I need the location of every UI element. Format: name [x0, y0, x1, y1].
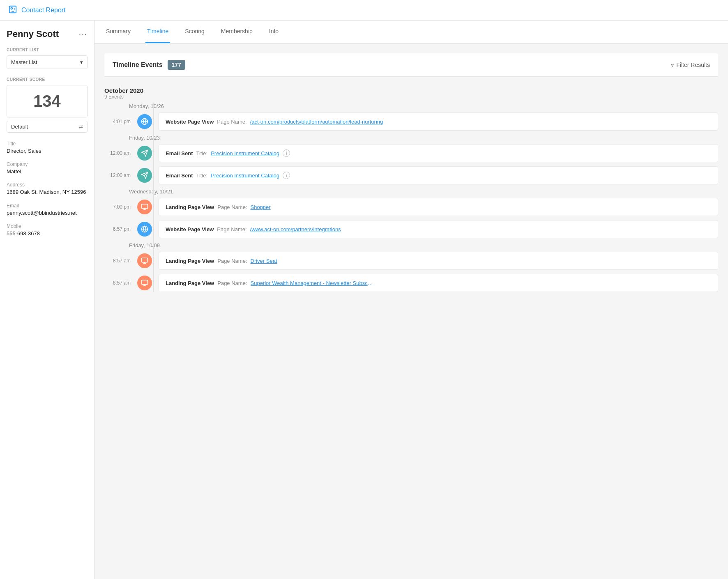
current-score-label: CURRENT SCORE: [7, 77, 88, 82]
address-label: Address: [7, 182, 88, 188]
event-detail-link[interactable]: Precision Instrument Catalog: [211, 172, 279, 179]
event-detail-label: Title:: [196, 172, 207, 179]
event-detail-link[interactable]: /act-on.com/products/platform/automation…: [250, 119, 383, 125]
event-type: Website Page View: [166, 226, 214, 232]
timeline-title: Timeline Events: [113, 61, 163, 69]
event-type: Landing Page View: [166, 258, 214, 264]
svg-rect-0: [9, 6, 16, 13]
title-label: Title: [7, 141, 88, 147]
event-card: Landing Page View Page Name: Driver Seat: [159, 252, 718, 270]
event-detail-label: Title:: [196, 150, 207, 156]
event-row: 8:57 am Landing Page View Page Name: Dri…: [104, 252, 718, 270]
event-time: 7:00 pm: [104, 204, 137, 210]
tab-info[interactable]: Info: [267, 21, 280, 43]
event-time: 4:01 pm: [104, 119, 137, 124]
event-row: 8:57 am Landing Page View Page Name: Sup…: [104, 274, 718, 292]
score-box: 134: [7, 85, 88, 117]
score-type-label: Default: [11, 124, 28, 130]
day-label: Wednesday, 10/21: [104, 188, 718, 195]
event-detail-link[interactable]: Superior Wealth Management - Newsletter …: [251, 280, 374, 286]
top-header: Contact Report: [0, 0, 728, 21]
event-detail-label: Page Name:: [217, 119, 247, 125]
globe-icon: [137, 114, 152, 129]
svg-rect-16: [142, 280, 148, 285]
event-row: 12:00 am Email Sent Title: Precision Ins…: [104, 144, 718, 162]
day-label: Friday, 10/23: [104, 135, 718, 141]
email-icon: [137, 168, 152, 183]
timeline-header: Timeline Events 177 ▿ Filter Results: [104, 53, 718, 77]
event-time: 8:57 am: [104, 258, 137, 264]
email-label: Email: [7, 203, 88, 209]
info-icon[interactable]: i: [283, 172, 290, 179]
svg-rect-13: [142, 258, 148, 262]
sidebar: Penny Scott ··· CURRENT LIST Master List…: [0, 21, 94, 579]
event-count-badge: 177: [168, 60, 185, 70]
day-label: Friday, 10/09: [104, 242, 718, 248]
tab-scoring[interactable]: Scoring: [183, 21, 206, 43]
score-value: 134: [14, 92, 81, 110]
filter-icon: ▿: [671, 62, 674, 68]
event-card: Website Page View Page Name: /act-on.com…: [159, 113, 718, 131]
event-detail-link[interactable]: Precision Instrument Catalog: [211, 150, 279, 156]
event-detail-label: Page Name:: [217, 204, 247, 210]
events-list: Monday, 10/26 4:01 pm Website Page View …: [104, 103, 718, 292]
filter-results-button[interactable]: ▿ Filter Results: [671, 62, 710, 68]
main-content: Summary Timeline Scoring Membership Info…: [94, 21, 728, 579]
tab-summary[interactable]: Summary: [104, 21, 132, 43]
event-row: 12:00 am Email Sent Title: Precision Ins…: [104, 166, 718, 184]
timeline-container: Timeline Events 177 ▿ Filter Results Oct…: [94, 44, 728, 306]
event-detail-label: Page Name:: [217, 280, 247, 286]
email-value: penny.scott@bbindustries.net: [7, 209, 88, 217]
event-type: Website Page View: [166, 119, 214, 125]
tabs-bar: Summary Timeline Scoring Membership Info: [94, 21, 728, 44]
company-value: Mattel: [7, 168, 88, 175]
event-type: Email Sent: [166, 150, 193, 156]
day-label: Monday, 10/26: [104, 103, 718, 109]
filter-label: Filter Results: [676, 62, 710, 68]
title-value: Director, Sales: [7, 147, 88, 155]
company-label: Company: [7, 161, 88, 167]
event-time: 8:57 am: [104, 280, 137, 286]
svg-rect-8: [142, 204, 148, 209]
event-time: 12:00 am: [104, 172, 137, 178]
event-type: Email Sent: [166, 172, 193, 179]
contact-name: Penny Scott: [7, 29, 59, 39]
event-card: Email Sent Title: Precision Instrument C…: [159, 144, 718, 162]
event-detail-link[interactable]: /www.act-on.com/partners/integrations: [250, 226, 341, 232]
month-label: October 2020: [104, 87, 718, 94]
event-detail-label: Page Name:: [217, 226, 247, 232]
mobile-label: Mobile: [7, 223, 88, 229]
event-detail-link[interactable]: Shopper: [251, 204, 271, 210]
event-time: 12:00 am: [104, 150, 137, 156]
current-list-label: CURRENT LIST: [7, 48, 88, 52]
event-row: 4:01 pm Website Page View Page Name: /ac…: [104, 113, 718, 131]
event-time: 6:57 pm: [104, 226, 137, 232]
event-card: Email Sent Title: Precision Instrument C…: [159, 166, 718, 184]
event-row: 7:00 pm Landing Page View Page Name: Sho…: [104, 198, 718, 216]
address-value: 1689 Oak St. Madison, NY 12596: [7, 188, 88, 196]
tab-membership[interactable]: Membership: [219, 21, 254, 43]
event-card: Landing Page View Page Name: Superior We…: [159, 274, 718, 292]
event-detail-link[interactable]: Driver Seat: [251, 258, 277, 264]
refresh-icon: ⇄: [78, 124, 83, 130]
event-detail-label: Page Name:: [217, 258, 247, 264]
contact-report-icon: [8, 5, 17, 15]
current-list-dropdown[interactable]: Master List ▾: [7, 55, 88, 69]
event-row: 6:57 pm Website Page View Page Name: /ww…: [104, 220, 718, 238]
landing-page-icon: [137, 253, 152, 268]
events-count: 9 Events: [104, 94, 718, 100]
landing-page-icon: [137, 200, 152, 214]
event-card: Landing Page View Page Name: Shopper: [159, 198, 718, 216]
more-options-button[interactable]: ···: [79, 30, 88, 39]
landing-page-icon: [137, 276, 152, 290]
list-dropdown-value: Master List: [11, 59, 37, 65]
page-title: Contact Report: [21, 7, 66, 14]
email-icon: [137, 146, 152, 161]
event-type: Landing Page View: [166, 204, 214, 210]
mobile-value: 555-698-3678: [7, 230, 88, 237]
score-type-selector[interactable]: Default ⇄: [7, 121, 88, 133]
info-icon[interactable]: i: [283, 149, 290, 157]
month-section: October 2020 9 Events Monday, 10/26 4:01…: [104, 84, 718, 292]
tab-timeline[interactable]: Timeline: [145, 21, 170, 43]
event-type: Landing Page View: [166, 280, 214, 286]
